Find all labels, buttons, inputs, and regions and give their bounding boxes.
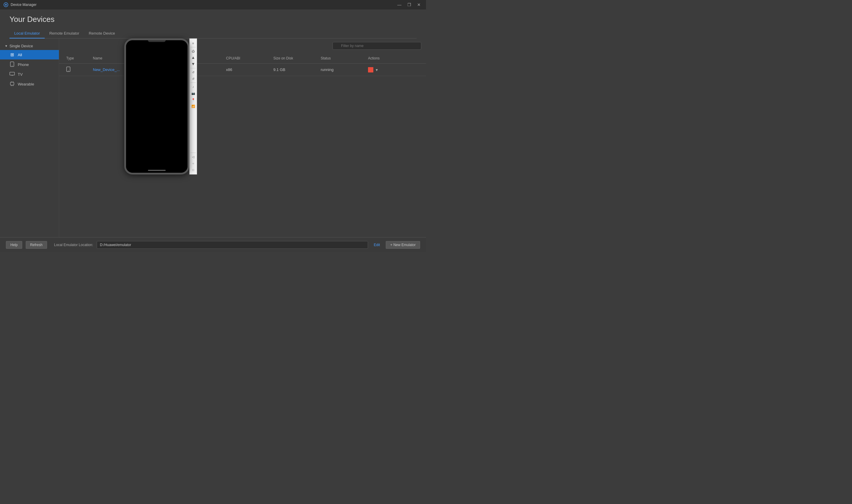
header: Your Devices Local Emulator Remote Emula… xyxy=(0,10,426,38)
svg-marker-13 xyxy=(192,63,194,65)
emulator-sidebar: ≡ ⏻ ↺ ↺ ♪ 📷 📍 📶 ◁ ○ □ xyxy=(189,38,197,175)
app-icon xyxy=(3,2,8,7)
emu-divider-4 xyxy=(191,152,196,153)
refresh-button[interactable]: Refresh xyxy=(26,241,47,249)
emu-camera-button[interactable]: 📷 xyxy=(190,90,196,96)
sidebar-item-all[interactable]: ⊞ All xyxy=(0,50,59,59)
actions-dropdown-button[interactable]: ▾ xyxy=(376,68,378,72)
stop-button[interactable] xyxy=(368,67,373,72)
emulator-overlay: ≡ ⏻ ↺ ↺ ♪ 📷 📍 📶 ◁ ○ □ xyxy=(124,38,197,175)
sidebar-item-phone[interactable]: Phone xyxy=(0,59,59,70)
content-area: ▼ Single Device ⊞ All Phone xyxy=(0,38,426,237)
table-toolbar: 🔍 xyxy=(59,38,426,53)
title-bar-left: Device Manager xyxy=(3,2,36,7)
tv-icon xyxy=(10,72,15,77)
tabs: Local Emulator Remote Emulator Remote De… xyxy=(10,29,417,38)
svg-point-2 xyxy=(12,66,13,66)
emu-music-button[interactable]: ♪ xyxy=(190,84,196,90)
svg-rect-3 xyxy=(10,72,15,75)
emu-back-button[interactable]: ◁ xyxy=(190,154,196,160)
emu-home-button[interactable]: ○ xyxy=(190,160,196,166)
tab-remote-device[interactable]: Remote Device xyxy=(84,29,120,38)
page-title: Your Devices xyxy=(10,15,417,24)
emu-divider-3 xyxy=(191,83,196,83)
phone-icon xyxy=(10,61,15,68)
new-emulator-button[interactable]: + New Emulator xyxy=(386,241,420,249)
emu-menu-icon[interactable]: ≡ xyxy=(190,40,196,46)
col-type: Type xyxy=(64,53,91,63)
sidebar-section-label: Single Device xyxy=(10,44,33,48)
phone-frame xyxy=(124,38,189,175)
row-size-on-disk: 9.1 GB xyxy=(271,65,318,75)
svg-rect-5 xyxy=(10,82,14,85)
emu-rotate-button[interactable]: ↺ xyxy=(190,69,196,75)
col-cpu-abi: CPU/ABI xyxy=(224,53,271,63)
wearable-icon xyxy=(10,81,15,87)
close-button[interactable]: ✕ xyxy=(415,2,422,8)
emu-location-button[interactable]: 📍 xyxy=(190,97,196,103)
row-type-icon xyxy=(64,64,91,76)
title-bar-controls: — ❐ ✕ xyxy=(396,2,422,8)
row-cpu-abi: x86 xyxy=(224,65,271,75)
row-status: running xyxy=(318,65,366,75)
table-area: 🔍 Type Name Density API CPU/ABI Size on … xyxy=(59,38,426,237)
emu-wifi-button[interactable]: 📶 xyxy=(190,103,196,109)
minimize-button[interactable]: — xyxy=(396,2,403,8)
tab-remote-emulator[interactable]: Remote Emulator xyxy=(45,29,84,38)
location-label: Local Emulator Location: xyxy=(54,243,93,247)
emu-power-button[interactable]: ⏻ xyxy=(190,48,196,54)
sidebar-item-tv[interactable]: TV xyxy=(0,70,59,79)
emu-divider-2 xyxy=(191,68,196,68)
svg-marker-12 xyxy=(192,56,194,59)
sidebar: ▼ Single Device ⊞ All Phone xyxy=(0,38,59,237)
phone-screen xyxy=(126,40,187,173)
title-bar: Device Manager — ❐ ✕ xyxy=(0,0,426,10)
emu-vol-down-button[interactable] xyxy=(190,61,196,67)
location-input[interactable] xyxy=(97,241,368,249)
sidebar-item-phone-label: Phone xyxy=(18,62,29,67)
col-actions: Actions xyxy=(366,53,421,63)
filter-input[interactable] xyxy=(332,42,421,50)
maximize-button[interactable]: ❐ xyxy=(405,2,413,8)
emu-screenshot-button[interactable]: ↺ xyxy=(190,76,196,82)
emu-recent-button[interactable]: □ xyxy=(190,167,196,173)
sidebar-item-tv-label: TV xyxy=(18,72,23,77)
all-icon: ⊞ xyxy=(10,52,15,57)
emu-divider-1 xyxy=(191,47,196,47)
svg-point-11 xyxy=(68,71,69,71)
filter-wrapper: 🔍 xyxy=(332,42,421,50)
edit-link[interactable]: Edit xyxy=(371,243,382,247)
table-header: Type Name Density API CPU/ABI Size on Di… xyxy=(59,53,426,64)
help-button[interactable]: Help xyxy=(6,241,22,249)
table-row: New_Device_... 45 x86 9.1 GB running ▾ xyxy=(59,64,426,76)
phone-notch xyxy=(148,40,166,42)
phone-home-bar xyxy=(148,170,166,171)
sidebar-item-wearable[interactable]: Wearable xyxy=(0,79,59,89)
sidebar-section-single-device[interactable]: ▼ Single Device xyxy=(0,42,59,50)
app-title: Device Manager xyxy=(11,3,36,7)
col-size-on-disk: Size on Disk xyxy=(271,53,318,63)
col-status: Status xyxy=(318,53,366,63)
sidebar-item-all-label: All xyxy=(18,53,22,57)
sidebar-item-wearable-label: Wearable xyxy=(18,82,34,86)
tab-local-emulator[interactable]: Local Emulator xyxy=(10,29,45,38)
bottom-bar: Help Refresh Local Emulator Location: Ed… xyxy=(0,237,426,252)
emu-vol-up-button[interactable] xyxy=(190,55,196,61)
expand-arrow-icon: ▼ xyxy=(5,44,8,48)
main-container: Your Devices Local Emulator Remote Emula… xyxy=(0,10,426,252)
row-actions: ▾ xyxy=(366,64,421,75)
